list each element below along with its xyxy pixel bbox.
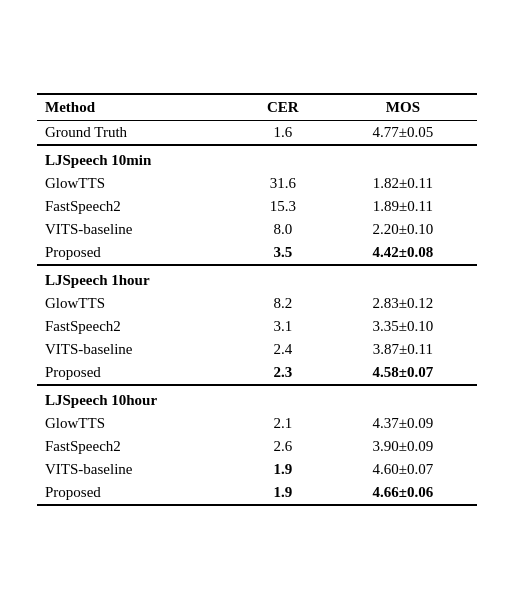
table-row: VITS-baseline 8.0 2.20±0.10 [37, 218, 477, 241]
row-mos: 3.35±0.10 [329, 315, 477, 338]
row-cer: 2.1 [237, 412, 329, 435]
row-method: VITS-baseline [37, 218, 237, 241]
row-method: GlowTTS [37, 172, 237, 195]
row-mos: 2.20±0.10 [329, 218, 477, 241]
row-cer: 8.0 [237, 218, 329, 241]
row-method: Proposed [37, 361, 237, 385]
row-method: VITS-baseline [37, 338, 237, 361]
results-table: Method CER MOS Ground Truth 1.6 4.77±0.0… [37, 93, 477, 506]
row-cer: 1.9 [237, 458, 329, 481]
section-header-1: LJSpeech 1hour [37, 265, 477, 292]
table-row: Proposed 3.5 4.42±0.08 [37, 241, 477, 265]
method-column-header: Method [37, 94, 237, 121]
row-method: Proposed [37, 241, 237, 265]
table-row: GlowTTS 31.6 1.82±0.11 [37, 172, 477, 195]
row-mos: 4.37±0.09 [329, 412, 477, 435]
ground-truth-cer: 1.6 [237, 120, 329, 145]
row-mos: 2.83±0.12 [329, 292, 477, 315]
row-cer: 1.9 [237, 481, 329, 505]
row-mos: 1.89±0.11 [329, 195, 477, 218]
table-row: FastSpeech2 3.1 3.35±0.10 [37, 315, 477, 338]
row-method: FastSpeech2 [37, 435, 237, 458]
row-method: VITS-baseline [37, 458, 237, 481]
row-cer: 2.6 [237, 435, 329, 458]
row-mos: 4.58±0.07 [329, 361, 477, 385]
row-method: Proposed [37, 481, 237, 505]
section-title-0: LJSpeech 10min [37, 145, 477, 172]
table-container: Method CER MOS Ground Truth 1.6 4.77±0.0… [27, 73, 487, 526]
table-row: Proposed 1.9 4.66±0.06 [37, 481, 477, 505]
cer-column-header: CER [237, 94, 329, 121]
row-cer: 15.3 [237, 195, 329, 218]
section-header-0: LJSpeech 10min [37, 145, 477, 172]
ground-truth-method: Ground Truth [37, 120, 237, 145]
row-mos: 4.66±0.06 [329, 481, 477, 505]
table-row: GlowTTS 8.2 2.83±0.12 [37, 292, 477, 315]
row-mos: 3.90±0.09 [329, 435, 477, 458]
row-cer: 3.1 [237, 315, 329, 338]
row-mos: 1.82±0.11 [329, 172, 477, 195]
row-cer: 3.5 [237, 241, 329, 265]
section-header-2: LJSpeech 10hour [37, 385, 477, 412]
row-mos: 3.87±0.11 [329, 338, 477, 361]
ground-truth-row: Ground Truth 1.6 4.77±0.05 [37, 120, 477, 145]
row-method: GlowTTS [37, 412, 237, 435]
row-method: FastSpeech2 [37, 315, 237, 338]
table-row: VITS-baseline 2.4 3.87±0.11 [37, 338, 477, 361]
table-row: FastSpeech2 2.6 3.90±0.09 [37, 435, 477, 458]
row-cer: 2.4 [237, 338, 329, 361]
table-row: FastSpeech2 15.3 1.89±0.11 [37, 195, 477, 218]
section-title-1: LJSpeech 1hour [37, 265, 477, 292]
ground-truth-mos: 4.77±0.05 [329, 120, 477, 145]
mos-column-header: MOS [329, 94, 477, 121]
row-cer: 31.6 [237, 172, 329, 195]
row-method: GlowTTS [37, 292, 237, 315]
table-header-row: Method CER MOS [37, 94, 477, 121]
row-method: FastSpeech2 [37, 195, 237, 218]
table-row: VITS-baseline 1.9 4.60±0.07 [37, 458, 477, 481]
section-title-2: LJSpeech 10hour [37, 385, 477, 412]
table-row: GlowTTS 2.1 4.37±0.09 [37, 412, 477, 435]
row-cer: 8.2 [237, 292, 329, 315]
table-row: Proposed 2.3 4.58±0.07 [37, 361, 477, 385]
row-mos: 4.42±0.08 [329, 241, 477, 265]
row-cer: 2.3 [237, 361, 329, 385]
row-mos: 4.60±0.07 [329, 458, 477, 481]
